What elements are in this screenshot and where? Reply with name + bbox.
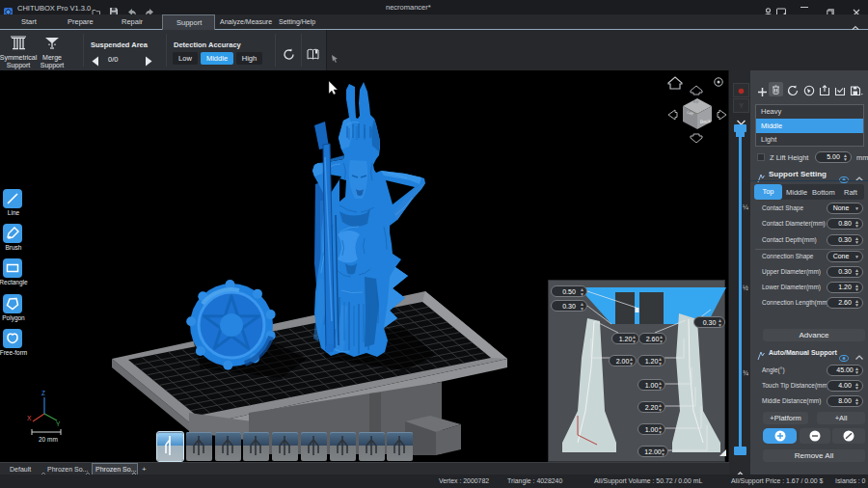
svg-text:20 mm: 20 mm — [39, 436, 58, 443]
svg-text:Y: Y — [56, 420, 61, 427]
svg-text:Z: Z — [41, 390, 45, 396]
svg-text:Back: Back — [700, 118, 712, 124]
svg-text:X: X — [27, 415, 32, 421]
